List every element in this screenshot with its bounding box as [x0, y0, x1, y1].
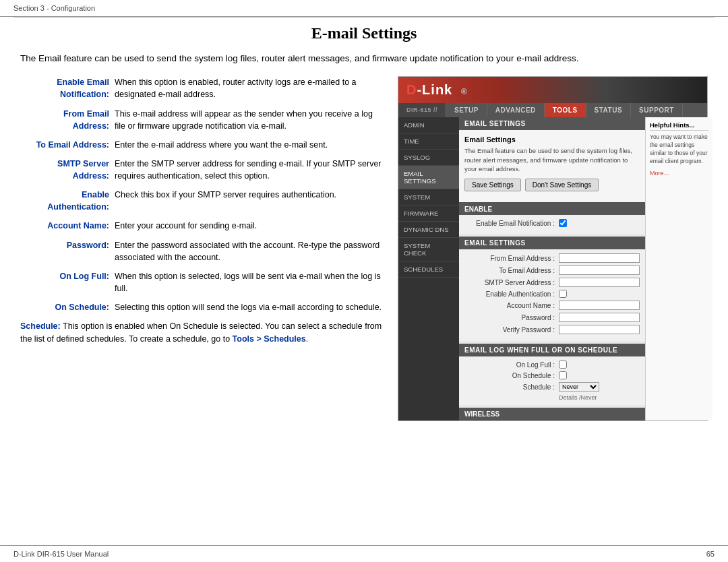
footer-left: D-Link DIR-615 User Manual [13, 550, 109, 558]
header-label: Section 3 - Configuration [13, 4, 95, 12]
label-password: Password: [20, 239, 115, 263]
on-schedule-checkbox[interactable] [559, 371, 567, 379]
label-account: Account Name: [20, 220, 115, 232]
schedule-note-text: This option is enabled when On Schedule … [20, 321, 382, 344]
nav-status[interactable]: STATUS [586, 103, 632, 117]
desc-from-email: From EmailAddress: This e-mail address w… [20, 108, 384, 132]
enable-notification-label: Enable Email Notification : [464, 220, 559, 227]
schedule-select[interactable]: Never [559, 382, 599, 392]
desc-enable-email: Enable EmailNotification: When this opti… [20, 76, 384, 100]
router-body: ADMIN TIME SYSLOG EMAIL SETTINGS SYSTEM … [398, 117, 707, 420]
enable-content: Enable Email Notification : [459, 215, 645, 234]
desc-smtp: SMTP ServerAddress: Enter the SMTP serve… [20, 158, 384, 182]
text-from-email: This e-mail address will appear as the s… [115, 108, 384, 132]
sidebar-schedules[interactable]: SCHEDULES [398, 261, 459, 278]
sidebar-system[interactable]: SYSTEM [398, 189, 459, 206]
router-panel: D-Link ® DIR-615 // SETUP ADVANCED TOOLS… [398, 76, 708, 421]
wireless-bar: WIRELESS [459, 408, 645, 420]
auth-row: Enable Authentication : [464, 290, 640, 298]
sidebar-admin[interactable]: ADMIN [398, 117, 459, 133]
text-enable-email: When this option is enabled, router acti… [115, 76, 384, 100]
on-log-full-row: On Log Full : [464, 361, 640, 369]
desc-on-log-full: On Log Full: When this option is selecte… [20, 270, 384, 294]
label-to-email: To Email Address: [20, 139, 115, 151]
text-password: Enter the password associated with the a… [115, 239, 384, 263]
section-desc: The Email feature can be used to send th… [464, 146, 640, 173]
auth-label: Enable Authentication : [464, 290, 559, 298]
nav-setup[interactable]: SETUP [446, 103, 487, 117]
page-footer: D-Link DIR-615 User Manual 65 [0, 545, 728, 562]
enable-notification-checkbox[interactable] [559, 219, 567, 227]
desc-on-schedule: On Schedule: Selecting this option will … [20, 301, 384, 313]
smtp-row: SMTP Server Address : [464, 278, 640, 287]
label-smtp: SMTP ServerAddress: [20, 158, 115, 182]
main-content: E-mail Settings The Email feature can be… [0, 18, 728, 462]
label-enable-email: Enable EmailNotification: [20, 76, 115, 100]
dlink-logo: D-Link ® [406, 82, 468, 98]
sidebar-syslog[interactable]: SYSLOG [398, 150, 459, 166]
email-log-section: EMAIL LOG WHEN FULL OR ON SCHEDULE On Lo… [459, 344, 645, 405]
sidebar-firmware[interactable]: FIRMWARE [398, 206, 459, 222]
helpful-more-link[interactable]: More... [650, 170, 708, 177]
verify-password-input[interactable] [559, 325, 640, 334]
helpful-title: Helpful Hints... [650, 121, 708, 131]
helpful-hints: Helpful Hints... You may want to make th… [645, 117, 712, 420]
from-email-label: From Email Address : [464, 255, 559, 262]
content-area: Enable EmailNotification: When this opti… [20, 76, 708, 421]
router-main-area: EMAIL SETTINGS Email Settings The Email … [459, 117, 645, 420]
password-input[interactable] [559, 313, 640, 322]
section-title: Email Settings [464, 135, 640, 144]
desc-auth: EnableAuthentication: Check this box if … [20, 189, 384, 213]
nav-advanced[interactable]: ADVANCED [487, 103, 545, 117]
auth-checkbox[interactable] [559, 290, 567, 298]
to-email-row: To Email Address : [464, 266, 640, 275]
page-header: Section 3 - Configuration [0, 0, 728, 17]
account-input[interactable] [559, 301, 640, 310]
nav-tools[interactable]: TOOLS [545, 103, 586, 117]
password-row: Password : [464, 313, 640, 322]
log-header: EMAIL LOG WHEN FULL OR ON SCHEDULE [459, 344, 645, 356]
helpful-text: You may want to make the email settings … [650, 133, 708, 166]
section-header: EMAIL SETTINGS [459, 117, 645, 130]
text-on-log-full: When this option is selected, logs will … [115, 270, 384, 294]
label-from-email: From EmailAddress: [20, 108, 115, 132]
sidebar-time[interactable]: TIME [398, 133, 459, 150]
nav-device: DIR-615 // [398, 103, 446, 117]
desc-to-email: To Email Address: Enter the e-mail addre… [20, 139, 384, 151]
text-auth: Check this box if your SMTP server requi… [115, 189, 384, 213]
save-settings-button[interactable]: Save Settings [464, 179, 521, 191]
from-email-input[interactable] [559, 253, 640, 263]
verify-password-label: Verify Password : [464, 326, 559, 334]
email-settings-section: EMAIL SETTINGS From Email Address : To E… [459, 237, 645, 341]
password-label: Password : [464, 314, 559, 321]
on-schedule-label: On Schedule : [464, 372, 559, 379]
sidebar-system-check[interactable]: SYSTEM CHECK [398, 238, 459, 261]
smtp-label: SMTP Server Address : [464, 279, 559, 286]
nav-support[interactable]: SUPPORT [631, 103, 683, 117]
router-nav: DIR-615 // SETUP ADVANCED TOOLS STATUS S… [398, 103, 707, 117]
log-form: On Log Full : On Schedule : Schedule : [459, 356, 645, 405]
sidebar-email-settings[interactable]: EMAIL SETTINGS [398, 166, 459, 189]
email-form: From Email Address : To Email Address : … [459, 249, 645, 341]
button-row: Save Settings Don't Save Settings [464, 179, 640, 191]
label-on-log-full: On Log Full: [20, 270, 115, 294]
router-sidebar: ADMIN TIME SYSLOG EMAIL SETTINGS SYSTEM … [398, 117, 459, 420]
tools-schedules-link: Tools > Schedules [233, 334, 306, 344]
schedule-label: Schedule: [20, 321, 61, 331]
desc-account: Account Name: Enter your account for sen… [20, 220, 384, 232]
enable-notification-row: Enable Email Notification : [464, 219, 640, 227]
schedule-note: Schedule: This option is enabled when On… [20, 320, 384, 346]
text-to-email: Enter the e-mail address where you want … [115, 139, 384, 151]
intro-text: The Email feature can be used to send th… [20, 52, 708, 65]
text-account: Enter your account for sending e-mail. [115, 220, 384, 232]
details-label: Details /Never [464, 394, 640, 401]
sidebar-dynamic-dns[interactable]: DYNAMIC DNS [398, 222, 459, 238]
router-header: D-Link ® [398, 77, 707, 103]
dont-save-settings-button[interactable]: Don't Save Settings [525, 179, 599, 191]
to-email-input[interactable] [559, 266, 640, 275]
to-email-label: To Email Address : [464, 267, 559, 274]
enable-section: ENABLE Enable Email Notification : [459, 202, 645, 234]
verify-password-row: Verify Password : [464, 325, 640, 334]
on-log-full-checkbox[interactable] [559, 361, 567, 369]
smtp-input[interactable] [559, 278, 640, 287]
